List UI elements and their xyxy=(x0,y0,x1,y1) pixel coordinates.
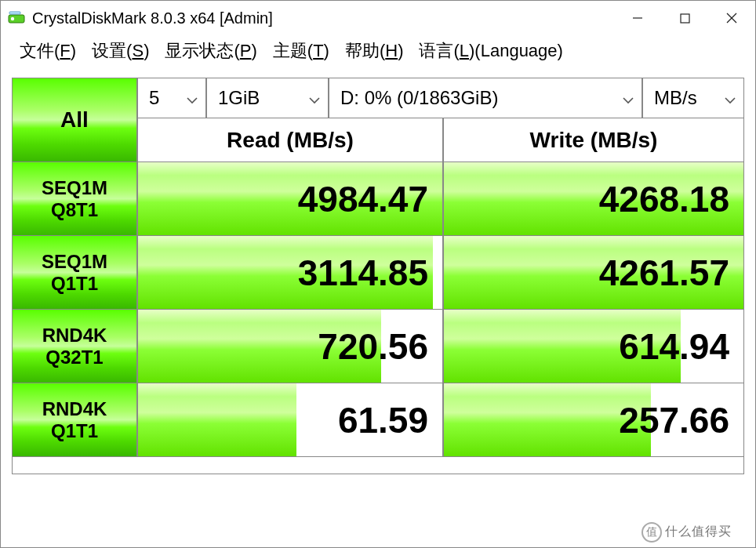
svg-point-1 xyxy=(11,17,14,20)
maximize-button[interactable] xyxy=(661,1,708,35)
app-icon xyxy=(7,9,26,27)
read-value: 61.59 xyxy=(338,399,428,441)
menu-help[interactable]: 帮助(H) xyxy=(337,36,412,66)
run-all-label: All xyxy=(60,107,89,132)
svg-rect-4 xyxy=(681,14,689,23)
menu-file[interactable]: 文件(F) xyxy=(12,36,84,66)
test-button-2[interactable]: RND4KQ32T1 xyxy=(12,310,137,383)
unit-select[interactable]: MB/s xyxy=(642,78,744,118)
test-label-line2: Q32T1 xyxy=(45,347,103,368)
menu-language[interactable]: 语言(L)(Language) xyxy=(411,36,570,66)
close-button[interactable] xyxy=(708,1,755,35)
read-fill-bar xyxy=(138,383,296,456)
read-header: Read (MB/s) xyxy=(137,118,443,162)
status-bar xyxy=(12,457,744,474)
test-button-1[interactable]: SEQ1MQ1T1 xyxy=(12,236,137,310)
drive-value: D: 0% (0/1863GiB) xyxy=(340,87,498,109)
test-label-line1: RND4K xyxy=(42,398,107,420)
read-value: 720.56 xyxy=(318,325,428,368)
write-result-1: 4261.57 xyxy=(443,236,744,310)
titlebar: CrystalDiskMark 8.0.3 x64 [Admin] xyxy=(1,1,755,35)
test-button-3[interactable]: RND4KQ1T1 xyxy=(12,383,137,457)
test-count-value: 5 xyxy=(149,87,159,109)
minimize-button[interactable] xyxy=(614,1,661,35)
write-value: 4268.18 xyxy=(599,178,729,220)
client-area: All 5 1GiB D: 0% (0/1863GiB) xyxy=(1,67,755,547)
test-size-select[interactable]: 1GiB xyxy=(206,78,329,118)
write-value: 4261.57 xyxy=(599,252,729,294)
read-result-2: 720.56 xyxy=(137,310,443,383)
test-label-line2: Q1T1 xyxy=(51,273,98,295)
write-result-3: 257.66 xyxy=(443,383,744,457)
menu-settings[interactable]: 设置(S) xyxy=(84,36,157,66)
drive-select[interactable]: D: 0% (0/1863GiB) xyxy=(329,78,642,118)
read-value: 4984.47 xyxy=(298,178,428,220)
write-header: Write (MB/s) xyxy=(443,118,744,162)
run-all-button[interactable]: All xyxy=(12,78,137,162)
write-value: 257.66 xyxy=(619,399,729,441)
svg-rect-2 xyxy=(9,12,20,14)
watermark: 值什么值得买 xyxy=(642,522,732,543)
unit-value: MB/s xyxy=(654,87,697,109)
write-value: 614.94 xyxy=(619,325,729,368)
window-title: CrystalDiskMark 8.0.3 x64 [Admin] xyxy=(32,9,614,27)
test-label-line1: SEQ1M xyxy=(42,251,107,273)
chevron-down-icon xyxy=(725,87,736,109)
menu-theme[interactable]: 主题(T) xyxy=(265,36,337,66)
watermark-icon: 值 xyxy=(642,522,662,543)
read-result-3: 61.59 xyxy=(137,383,443,457)
app-window: CrystalDiskMark 8.0.3 x64 [Admin] 文件(F) … xyxy=(0,0,756,548)
read-result-1: 3114.85 xyxy=(137,236,443,310)
test-label-line2: Q1T1 xyxy=(51,420,98,442)
read-result-0: 4984.47 xyxy=(137,162,443,236)
test-label-line1: SEQ1M xyxy=(42,177,107,199)
read-value: 3114.85 xyxy=(298,252,428,294)
test-count-select[interactable]: 5 xyxy=(137,78,206,118)
window-controls xyxy=(614,1,755,35)
menu-display[interactable]: 显示状态(P) xyxy=(157,36,264,66)
chevron-down-icon xyxy=(187,87,198,109)
chevron-down-icon xyxy=(309,87,320,109)
test-label-line1: RND4K xyxy=(42,325,107,347)
write-result-0: 4268.18 xyxy=(443,162,744,236)
test-label-line2: Q8T1 xyxy=(51,199,98,221)
results-grid: SEQ1MQ8T14984.474268.18SEQ1MQ1T13114.854… xyxy=(12,162,744,457)
write-result-2: 614.94 xyxy=(443,310,744,383)
menubar: 文件(F) 设置(S) 显示状态(P) 主题(T) 帮助(H) 语言(L)(La… xyxy=(1,35,755,67)
chevron-down-icon xyxy=(623,87,634,109)
test-button-0[interactable]: SEQ1MQ8T1 xyxy=(12,162,137,236)
test-size-value: 1GiB xyxy=(218,87,260,109)
